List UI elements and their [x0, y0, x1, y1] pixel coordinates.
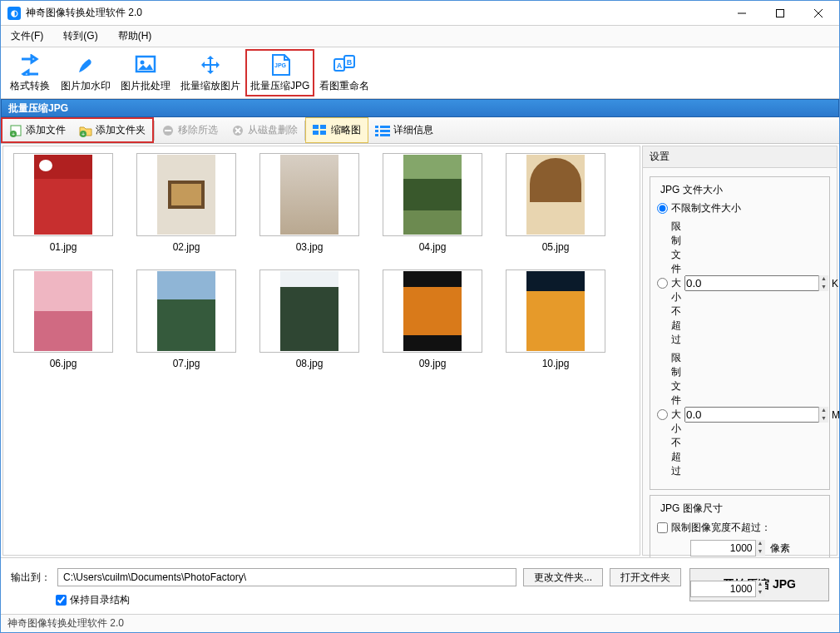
- main-area: 01.jpg02.jpg03.jpg04.jpg05.jpg06.jpg07.j…: [1, 144, 839, 557]
- grid-icon: [313, 125, 328, 136]
- thumbnail-caption: 06.jpg: [50, 358, 77, 369]
- status-bar: 神奇图像转换处理软件 2.0: [1, 614, 839, 632]
- thumbnail-image: [526, 271, 585, 351]
- tool-batch-compress-jpg[interactable]: JPG 批量压缩JPG: [245, 49, 314, 96]
- maximize-button[interactable]: [761, 1, 799, 26]
- thumbnail-caption: 01.jpg: [50, 241, 77, 253]
- svg-rect-21: [313, 125, 319, 129]
- spin-up-icon[interactable]: ▲: [818, 407, 828, 415]
- spin-up-icon[interactable]: ▲: [755, 581, 765, 589]
- app-icon: ◐: [7, 7, 21, 20]
- fs-unlimited-radio[interactable]: [657, 203, 668, 214]
- spin-down-icon[interactable]: ▼: [818, 415, 828, 423]
- thumbnail-item[interactable]: 01.jpg: [13, 153, 113, 253]
- thumbnail-frame: [136, 270, 236, 353]
- fs-mb-input[interactable]: [684, 407, 828, 423]
- width-input[interactable]: [690, 540, 765, 556]
- svg-rect-30: [380, 134, 390, 136]
- keep-structure-checkbox[interactable]: [56, 595, 67, 606]
- fs-limit-mb-radio[interactable]: [657, 409, 668, 420]
- spin-down-icon[interactable]: ▼: [818, 284, 828, 292]
- spin-up-icon[interactable]: ▲: [818, 275, 828, 284]
- thumbnail-item[interactable]: 05.jpg: [506, 153, 605, 253]
- thumbnail-item[interactable]: 03.jpg: [259, 153, 359, 253]
- tool-format-convert[interactable]: 格式转换: [4, 49, 56, 96]
- thumbnail-caption: 03.jpg: [296, 241, 324, 253]
- status-text: 神奇图像转换处理软件 2.0: [7, 616, 124, 631]
- thumbnail-image: [157, 271, 215, 351]
- thumbnail-item[interactable]: 08.jpg: [259, 270, 359, 369]
- svg-point-5: [141, 61, 145, 65]
- add-file-button[interactable]: + 添加文件: [2, 119, 72, 141]
- thumbnail-pane: 01.jpg02.jpg03.jpg04.jpg05.jpg06.jpg07.j…: [2, 146, 640, 556]
- list-icon: [375, 125, 390, 136]
- remove-icon: [161, 124, 175, 137]
- thumbnail-item[interactable]: 10.jpg: [506, 270, 605, 369]
- spin-up-icon[interactable]: ▲: [755, 540, 765, 548]
- svg-rect-27: [375, 130, 378, 132]
- svg-text:A: A: [337, 62, 343, 70]
- spin-down-icon[interactable]: ▼: [755, 589, 765, 597]
- delete-from-disk-button[interactable]: 从磁盘删除: [225, 117, 304, 143]
- detail-view-button[interactable]: 详细信息: [368, 117, 440, 143]
- thumbnail-view-button[interactable]: 缩略图: [305, 117, 368, 143]
- menu-goto[interactable]: 转到(G): [58, 27, 102, 45]
- tool-watermark[interactable]: 图片加水印: [56, 49, 116, 96]
- limit-width-checkbox[interactable]: [657, 522, 668, 533]
- thumbnail-frame: [259, 153, 359, 236]
- svg-rect-26: [380, 126, 390, 128]
- thumbnail-item[interactable]: 07.jpg: [136, 270, 236, 369]
- settings-title: 设置: [643, 146, 837, 168]
- thumbnail-frame: [383, 270, 482, 353]
- toolbar: 格式转换 图片加水印 图片批处理 批量缩放图片 JPG 批量压缩JPG AB 看…: [1, 47, 839, 99]
- thumbnail-frame: [506, 153, 605, 236]
- spin-down-icon[interactable]: ▼: [755, 548, 765, 556]
- height-input[interactable]: [690, 581, 765, 597]
- thumbnail-frame: [13, 153, 113, 236]
- svg-text:+: +: [82, 131, 85, 136]
- thumbnail-frame: [259, 270, 359, 353]
- thumbnail-frame: [383, 153, 482, 236]
- thumbnail-caption: 02.jpg: [173, 241, 200, 253]
- svg-rect-1: [777, 9, 784, 17]
- open-folder-button[interactable]: 打开文件夹: [610, 568, 681, 586]
- svg-text:+: +: [12, 131, 15, 136]
- fs-kb-input[interactable]: [684, 275, 828, 291]
- svg-rect-23: [313, 131, 319, 135]
- thumbnail-image: [403, 271, 462, 351]
- thumbnail-frame: [13, 270, 113, 353]
- app-window: ◐ 神奇图像转换处理软件 2.0 文件(F) 转到(G) 帮助(H) 格式转换 …: [0, 0, 840, 633]
- thumbnail-caption: 09.jpg: [419, 358, 447, 369]
- thumbnail-item[interactable]: 04.jpg: [383, 153, 482, 253]
- svg-rect-25: [375, 126, 378, 128]
- move-icon: [195, 52, 225, 77]
- thumbnail-frame: [506, 270, 605, 353]
- remove-selected-button[interactable]: 移除所选: [155, 117, 225, 143]
- fs-limit-kb-radio[interactable]: [657, 278, 668, 289]
- thumbnail-image: [157, 155, 215, 235]
- thumbnail-caption: 07.jpg: [173, 358, 200, 369]
- tool-rename[interactable]: AB 看图重命名: [314, 49, 374, 96]
- convert-icon: [15, 52, 45, 77]
- thumbnail-image: [34, 271, 92, 351]
- rename-icon: AB: [329, 52, 359, 77]
- section-title: 批量压缩JPG: [8, 101, 68, 116]
- action-bar: + 添加文件 + 添加文件夹 移除所选 从磁盘删除 缩略图 详细信息: [1, 117, 839, 144]
- thumbnail-item[interactable]: 09.jpg: [383, 270, 482, 369]
- svg-text:JPG: JPG: [274, 62, 287, 68]
- thumbnail-item[interactable]: 06.jpg: [13, 270, 113, 369]
- thumbnail-caption: 04.jpg: [419, 241, 447, 253]
- change-folder-button[interactable]: 更改文件夹...: [523, 568, 603, 586]
- add-file-icon: +: [9, 124, 22, 137]
- menu-help[interactable]: 帮助(H): [113, 27, 157, 45]
- thumbnail-caption: 05.jpg: [542, 241, 570, 253]
- tool-batch-process[interactable]: 图片批处理: [116, 49, 175, 96]
- menu-file[interactable]: 文件(F): [6, 27, 48, 45]
- add-folder-button[interactable]: + 添加文件夹: [72, 119, 152, 141]
- output-path-input[interactable]: [57, 568, 516, 586]
- thumbnail-item[interactable]: 02.jpg: [136, 153, 236, 253]
- thumbnail-image: [34, 155, 92, 235]
- tool-batch-resize[interactable]: 批量缩放图片: [175, 49, 245, 96]
- close-button[interactable]: [799, 1, 838, 26]
- minimize-button[interactable]: [723, 1, 761, 26]
